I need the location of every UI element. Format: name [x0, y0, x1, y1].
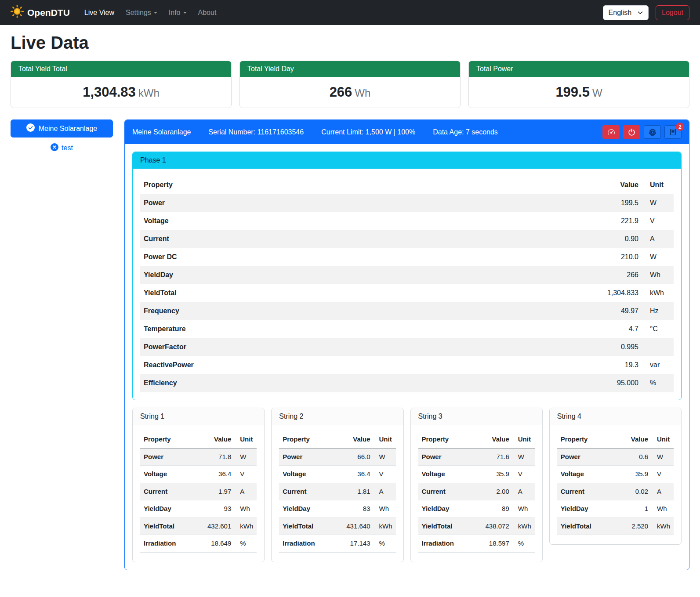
main-nav: Live View Settings Info About [79, 5, 222, 20]
unit-cell: A [513, 483, 535, 500]
unit-cell: V [642, 212, 674, 230]
table-row: Frequency49.97Hz [140, 302, 674, 320]
property-cell: Power [140, 194, 440, 212]
value-cell: 71.8 [203, 448, 235, 466]
inverter-selected-label: Meine Solaranlage [39, 125, 97, 133]
unit-cell: Wh [652, 500, 674, 518]
string-1-card: String 1 PropertyValueUnitPower71.8WVolt… [132, 408, 265, 562]
brand-name: OpenDTU [27, 7, 70, 18]
unit-cell: Wh [642, 266, 674, 284]
chevron-down-icon [183, 12, 187, 14]
inverter-item-test[interactable]: test [11, 143, 113, 153]
string-2-card: String 2 PropertyValueUnitPower66.0WVolt… [271, 408, 403, 562]
unit-cell: Hz [642, 302, 674, 320]
table-row: Voltage221.9V [140, 212, 674, 230]
nav-about[interactable]: About [192, 5, 222, 20]
table-row: Current0.90A [140, 230, 674, 248]
value-cell: 49.97 [440, 302, 642, 320]
page-title: Live Data [11, 33, 689, 53]
data-table: PropertyValueUnitPower71.6WVoltage35.9VC… [418, 431, 535, 553]
inverter-actions: 2 [602, 125, 682, 139]
column-header: Property [140, 176, 440, 194]
property-cell: Irradiation [279, 535, 342, 553]
phase-1-card: Phase 1 PropertyValueUnitPower199.5WVolt… [132, 152, 682, 400]
check-circle-icon [26, 123, 35, 134]
nav-live-view[interactable]: Live View [79, 5, 120, 20]
device-settings-button[interactable] [644, 125, 661, 139]
table-header-row: PropertyValueUnit [140, 176, 674, 194]
unit-cell: var [642, 356, 674, 374]
value-cell: 221.9 [440, 212, 642, 230]
table-row: ReactivePower19.3var [140, 356, 674, 374]
property-cell: YieldDay [279, 500, 342, 518]
limit-settings-button[interactable] [602, 125, 620, 139]
card-body: 199.5W [469, 77, 689, 108]
table-row: YieldTotal432.601kWh [140, 517, 257, 535]
table-row: YieldTotal1,304.833kWh [140, 284, 674, 302]
property-cell: Power DC [140, 248, 440, 266]
inverter-selected-button[interactable]: Meine Solaranlage [11, 119, 113, 137]
column-header: Value [620, 431, 652, 448]
value-cell: 432.601 [203, 517, 235, 535]
inverter-name: Meine Solaranlage [132, 128, 191, 136]
table-row: Power DC210.0W [140, 248, 674, 266]
table-row: YieldDay83Wh [279, 500, 395, 518]
property-cell: Efficiency [140, 374, 440, 392]
power-icon [628, 128, 635, 136]
property-cell: ReactivePower [140, 356, 440, 374]
table-row: YieldDay1Wh [557, 500, 674, 518]
table-row: Power71.6W [418, 448, 535, 466]
brand-logo[interactable]: OpenDTU [11, 5, 70, 20]
column-header: Value [203, 431, 235, 448]
table-row: Power0.6W [557, 448, 674, 466]
table-header-row: PropertyValueUnit [140, 431, 257, 448]
data-table: PropertyValueUnitPower199.5WVoltage221.9… [140, 176, 674, 392]
card-header: Total Yield Day [240, 61, 460, 77]
event-log-button[interactable]: 2 [664, 125, 682, 139]
value-cell: 71.6 [481, 448, 513, 466]
inverter-card: Meine Solaranlage Serial Number: 1161716… [124, 119, 689, 570]
property-cell: YieldDay [140, 500, 203, 518]
journal-icon [669, 128, 677, 136]
column-header: Unit [513, 431, 535, 448]
logout-button[interactable]: Logout [656, 5, 689, 20]
property-cell: Power [418, 448, 481, 466]
inverter-limit: Current Limit: 1,500 W | 100% [321, 128, 415, 136]
inverter-selector: Meine Solaranlage test [11, 119, 113, 153]
unit-cell: V [374, 466, 396, 483]
language-select[interactable]: English [603, 5, 649, 20]
column-header: Value [342, 431, 374, 448]
unit-cell: % [642, 374, 674, 392]
total-yield-total-card: Total Yield Total 1,304.83kWh [11, 61, 232, 108]
total-yield-day-unit: Wh [355, 87, 370, 99]
string-3-card: String 3 PropertyValueUnitPower71.6WVolt… [410, 408, 543, 562]
phase-1-body: PropertyValueUnitPower199.5WVoltage221.9… [133, 169, 681, 400]
inverter-test-label: test [62, 144, 73, 152]
card-body: 1,304.83kWh [11, 77, 231, 108]
table-row: Current2.00A [418, 483, 535, 500]
value-cell: 1,304.833 [440, 284, 642, 302]
inverter-data-age: Data Age: 7 seconds [433, 128, 498, 136]
nav-settings[interactable]: Settings [120, 5, 163, 20]
string-4-body: PropertyValueUnitPower0.6WVoltage35.9VCu… [550, 425, 681, 544]
total-power-card: Total Power 199.5W [468, 61, 689, 108]
property-cell: YieldTotal [140, 284, 440, 302]
unit-cell: V [235, 466, 257, 483]
table-row: Voltage36.4V [140, 466, 257, 483]
summary-cards: Total Yield Total 1,304.83kWh Total Yiel… [11, 61, 689, 108]
power-button[interactable] [623, 125, 640, 139]
table-row: Temperature4.7°C [140, 320, 674, 338]
value-cell: 0.6 [620, 448, 652, 466]
table-row: Voltage35.9V [557, 466, 674, 483]
nav-info[interactable]: Info [163, 5, 192, 20]
property-cell: Current [140, 230, 440, 248]
value-cell: 36.4 [203, 466, 235, 483]
table-row: YieldTotal2.520kWh [557, 517, 674, 535]
unit-cell: % [513, 535, 535, 553]
table-row: YieldDay93Wh [140, 500, 257, 518]
unit-cell [642, 338, 674, 356]
table-row: YieldDay266Wh [140, 266, 674, 284]
unit-cell: kWh [642, 284, 674, 302]
column-header: Unit [374, 431, 396, 448]
column-header: Unit [642, 176, 674, 194]
